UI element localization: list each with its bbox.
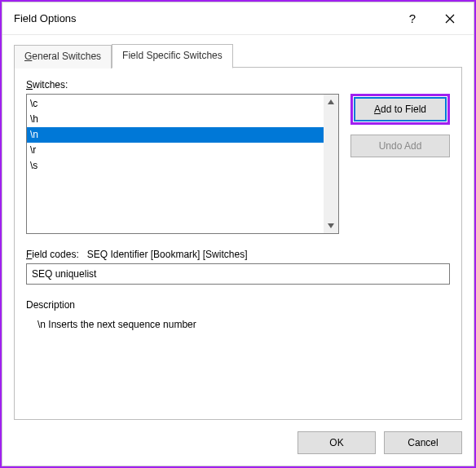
list-item[interactable]: \c	[27, 96, 324, 112]
switches-listbox[interactable]: \c\h\n\r\s	[26, 94, 339, 234]
list-item[interactable]: \s	[27, 158, 324, 174]
dialog-footer: OK Cancel	[2, 420, 474, 466]
undo-add-button[interactable]: Undo Add	[350, 135, 450, 157]
window-title: Field Options	[14, 12, 394, 24]
switches-label: Switches:	[26, 79, 339, 91]
list-item[interactable]: \r	[27, 143, 324, 158]
add-to-field-highlight: Add to Field	[350, 94, 450, 125]
svg-marker-3	[328, 223, 334, 228]
field-codes-label: Field codes:SEQ Identifier [Bookmark] [S…	[26, 249, 247, 260]
titlebar: Field Options ?	[2, 2, 474, 35]
svg-marker-2	[328, 99, 334, 104]
tab-panel: Switches: \c\h\n\r\s	[14, 67, 462, 420]
tab-general-switches[interactable]: General Switches	[14, 45, 112, 68]
add-to-field-button[interactable]: Add to Field	[355, 98, 446, 121]
scroll-up-icon[interactable]	[325, 96, 337, 108]
field-options-dialog: Field Options ? General Switches Field S…	[2, 2, 474, 466]
tab-strip: General Switches Field Specific Switches	[14, 43, 462, 68]
list-item[interactable]: \h	[27, 112, 324, 127]
help-button[interactable]: ?	[394, 6, 431, 32]
close-icon	[445, 14, 455, 24]
ok-button[interactable]: OK	[298, 431, 376, 454]
cancel-button[interactable]: Cancel	[384, 431, 462, 454]
scroll-down-icon[interactable]	[325, 220, 337, 232]
description-label: Description	[26, 299, 450, 311]
description-text: \n Inserts the next sequence number	[37, 319, 450, 330]
tab-field-specific-switches[interactable]: Field Specific Switches	[112, 44, 233, 68]
list-item[interactable]: \n	[27, 127, 324, 143]
field-codes-input[interactable]	[26, 263, 450, 285]
close-button[interactable]	[431, 6, 469, 32]
scrollbar[interactable]	[324, 95, 338, 233]
